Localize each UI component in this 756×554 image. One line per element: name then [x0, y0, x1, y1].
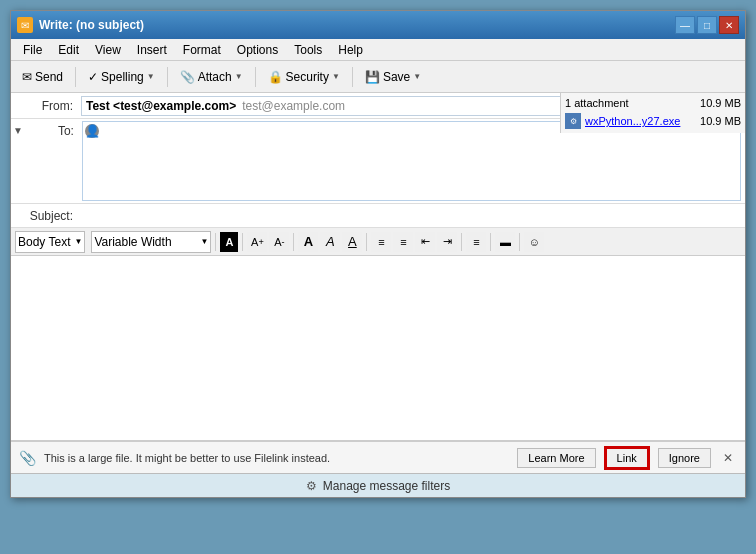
maximize-button[interactable]: □: [697, 16, 717, 34]
close-button[interactable]: ✕: [719, 16, 739, 34]
menu-insert[interactable]: Insert: [129, 41, 175, 59]
security-button[interactable]: 🔒 Security ▼: [261, 65, 347, 89]
bold-button[interactable]: A: [298, 232, 318, 252]
subject-row: Subject:: [11, 204, 745, 228]
body-text-select[interactable]: Body Text ▼: [15, 231, 85, 253]
format-separator-3: [293, 233, 294, 251]
indent-button[interactable]: ⇥: [437, 232, 457, 252]
attachment-count: 1 attachment: [565, 97, 629, 109]
underline-button[interactable]: A: [342, 232, 362, 252]
toolbar-separator-3: [255, 67, 256, 87]
main-toolbar: ✉ Send ✓ Spelling ▼ 📎 Attach ▼ 🔒 Securit…: [11, 61, 745, 93]
insert-image-button[interactable]: ▬: [495, 232, 515, 252]
menu-edit[interactable]: Edit: [50, 41, 87, 59]
window-controls: — □ ✕: [675, 16, 739, 34]
format-toolbar: Body Text ▼ Variable Width ▼ A A+ A- A A…: [11, 228, 745, 256]
font-color-button[interactable]: A: [220, 232, 238, 252]
attachment-file-icon: ⚙: [565, 113, 581, 129]
format-separator-5: [461, 233, 462, 251]
attachment-item: ⚙ wxPython...y27.exe 10.9 MB: [565, 113, 741, 129]
ignore-button[interactable]: Ignore: [658, 448, 711, 468]
attach-dropdown-arrow: ▼: [235, 72, 243, 81]
learn-more-button[interactable]: Learn More: [517, 448, 595, 468]
font-name-arrow: ▼: [200, 237, 208, 246]
menu-tools[interactable]: Tools: [286, 41, 330, 59]
toolbar-separator-2: [167, 67, 168, 87]
to-contact-icon: 👤: [85, 124, 99, 138]
upper-section: From: Test <test@example.com> test@examp…: [11, 93, 745, 228]
menu-format[interactable]: Format: [175, 41, 229, 59]
italic-button[interactable]: A: [320, 232, 340, 252]
menu-options[interactable]: Options: [229, 41, 286, 59]
outdent-button[interactable]: ⇤: [415, 232, 435, 252]
notification-text: This is a large file. It might be better…: [44, 452, 509, 464]
attachment-panel: 1 attachment 10.9 MB ⚙ wxPython...y27.ex…: [560, 93, 745, 133]
font-increase-button[interactable]: A+: [247, 232, 267, 252]
menu-view[interactable]: View: [87, 41, 129, 59]
title-bar-left: ✉ Write: (no subject): [17, 17, 144, 33]
bottom-bar: ⚙ Manage message filters: [11, 473, 745, 497]
smiley-button[interactable]: ☺: [524, 232, 544, 252]
save-button[interactable]: 💾 Save ▼: [358, 65, 428, 89]
format-separator-7: [519, 233, 520, 251]
from-label: From:: [11, 99, 81, 113]
window-title: Write: (no subject): [39, 18, 144, 32]
security-dropdown-arrow: ▼: [332, 72, 340, 81]
bottom-bar-text: Manage message filters: [323, 479, 450, 493]
menu-file[interactable]: File: [15, 41, 50, 59]
body-text-arrow: ▼: [74, 237, 82, 246]
numbered-list-button[interactable]: ≡: [393, 232, 413, 252]
spelling-dropdown-arrow: ▼: [147, 72, 155, 81]
to-expand-button[interactable]: ▼: [11, 123, 25, 138]
save-dropdown-arrow: ▼: [413, 72, 421, 81]
font-name-select[interactable]: Variable Width ▼: [91, 231, 211, 253]
align-button[interactable]: ≡: [466, 232, 486, 252]
checkmark-icon: ✓: [88, 70, 98, 84]
notification-close-button[interactable]: ✕: [719, 451, 737, 465]
minimize-button[interactable]: —: [675, 16, 695, 34]
to-label: To:: [27, 124, 82, 138]
subject-label: Subject:: [11, 209, 81, 223]
menu-help[interactable]: Help: [330, 41, 371, 59]
toolbar-separator-1: [75, 67, 76, 87]
notification-bar: 📎 This is a large file. It might be bett…: [11, 441, 745, 473]
format-separator-6: [490, 233, 491, 251]
send-icon: ✉: [22, 70, 32, 84]
format-separator-1: [215, 233, 216, 251]
attachment-header: 1 attachment 10.9 MB: [565, 97, 741, 109]
spelling-button[interactable]: ✓ Spelling ▼: [81, 65, 162, 89]
font-name-label: Variable Width: [94, 235, 171, 249]
attach-icon: 📎: [180, 70, 195, 84]
body-area[interactable]: [11, 256, 745, 441]
toolbar-separator-4: [352, 67, 353, 87]
link-button[interactable]: Link: [604, 446, 650, 470]
main-window: ✉ Write: (no subject) — □ ✕ File Edit Vi…: [10, 10, 746, 498]
title-bar: ✉ Write: (no subject) — □ ✕: [11, 11, 745, 39]
subject-input[interactable]: [81, 207, 745, 225]
attachment-filesize: 10.9 MB: [700, 115, 741, 127]
format-separator-2: [242, 233, 243, 251]
send-button[interactable]: ✉ Send: [15, 65, 70, 89]
lock-icon: 🔒: [268, 70, 283, 84]
app-icon: ✉: [17, 17, 33, 33]
font-decrease-button[interactable]: A-: [269, 232, 289, 252]
from-hint: test@example.com: [242, 99, 345, 113]
attachment-filename[interactable]: wxPython...y27.exe: [585, 115, 680, 127]
body-text-label: Body Text: [18, 235, 70, 249]
menu-bar: File Edit View Insert Format Options Too…: [11, 39, 745, 61]
filters-icon: ⚙: [306, 479, 317, 493]
format-separator-4: [366, 233, 367, 251]
attachment-total-size: 10.9 MB: [700, 97, 741, 109]
attach-button[interactable]: 📎 Attach ▼: [173, 65, 250, 89]
notification-icon: 📎: [19, 450, 36, 466]
save-icon: 💾: [365, 70, 380, 84]
from-value: Test <test@example.com>: [86, 99, 236, 113]
to-field[interactable]: 👤: [82, 121, 741, 201]
to-label-area: ▼ To:: [11, 119, 82, 138]
bullet-list-button[interactable]: ≡: [371, 232, 391, 252]
